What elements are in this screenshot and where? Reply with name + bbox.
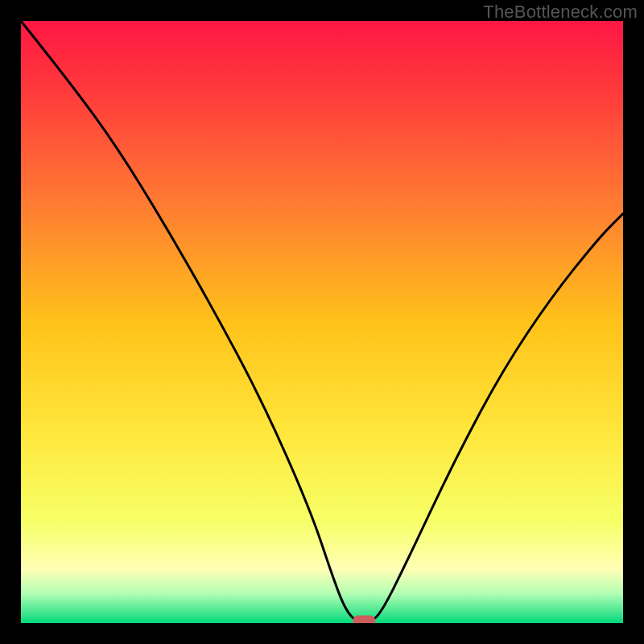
bottleneck-chart bbox=[21, 21, 623, 623]
gradient-background bbox=[21, 21, 623, 623]
optimal-marker bbox=[353, 616, 375, 624]
chart-canvas bbox=[21, 21, 623, 623]
watermark-text: TheBottleneck.com bbox=[483, 2, 638, 23]
